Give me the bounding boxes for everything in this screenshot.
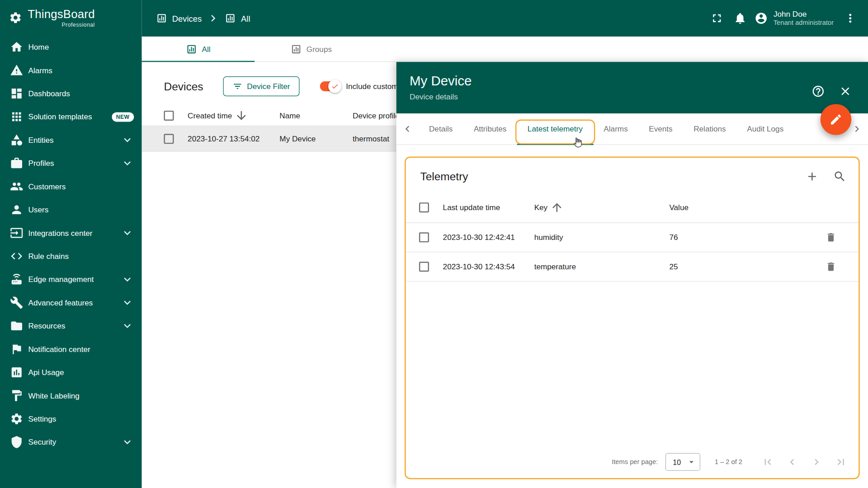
row-checkbox[interactable] [419,262,429,272]
breadcrumb-devices[interactable]: Devices [156,13,202,23]
sidebar-item-profiles[interactable]: Profiles [0,152,142,175]
sidebar-item-integrations-center[interactable]: Integrations center [0,221,142,244]
paginator: Items per page: 10 1 – 2 of 2 [406,446,859,478]
sidebar-item-home[interactable]: Home [0,35,142,58]
select-all-checkbox[interactable] [419,202,429,212]
panel-header: My Device Device details [396,62,868,113]
home-icon [10,40,23,53]
column-name[interactable]: Name [279,111,353,120]
cell-value: 25 [669,262,823,271]
column-key[interactable]: Key [534,201,670,214]
sidebar-item-entities[interactable]: Entities [0,128,142,151]
panel-title: My Device [410,73,854,89]
tab-audit-logs[interactable]: Audit Logs [736,113,794,145]
code-icon [10,249,23,263]
telemetry-row[interactable]: 2023-10-30 12:42:41 humidity 76 [406,223,859,252]
help-button[interactable] [811,84,825,98]
tab-details[interactable]: Details [419,113,463,145]
close-panel-button[interactable] [839,84,852,98]
sidebar-item-label: Settings [28,414,56,423]
user-info: John Doe Tenant administrator [774,9,834,28]
app-edition: Professional [28,21,95,27]
tab-all[interactable]: All [142,37,255,61]
tab-attributes[interactable]: Attributes [463,113,517,145]
telemetry-row[interactable]: 2023-10-30 12:43:54 temperature 25 [406,252,859,282]
sidebar-item-notification-center[interactable]: Notification center [0,338,142,361]
sidebar-item-white-labeling[interactable]: White Labeling [0,384,142,407]
tab-events[interactable]: Events [638,113,683,145]
add-telemetry-button[interactable] [804,169,820,184]
chevron-down-icon [121,226,134,239]
telemetry-table-header: Last update time Key Value [406,192,859,223]
chevron-down-icon [121,436,134,449]
sidebar-item-advanced-features[interactable]: Advanced features [0,291,142,314]
tab-groups[interactable]: Groups [255,37,368,61]
sidebar-item-label: Home [28,42,49,52]
sidebar-item-solution-templates[interactable]: Solution templates NEW [0,105,142,128]
entities-icon [10,133,23,146]
sidebar-item-api-usage[interactable]: Api Usage [0,361,142,384]
tabs-scroll-left-button[interactable] [396,113,419,145]
page-title: Devices [164,80,203,93]
delete-telemetry-button[interactable] [823,259,839,274]
row-checkbox[interactable] [164,134,174,144]
delete-telemetry-button[interactable] [823,230,839,245]
notifications-button[interactable] [729,7,751,29]
include-customers-toggle[interactable] [320,81,340,91]
row-checkbox[interactable] [419,232,429,242]
next-page-button[interactable] [804,450,829,474]
select-all-checkbox[interactable] [164,110,174,120]
breadcrumb-all[interactable]: All [225,13,250,23]
column-created-time[interactable]: Created time [188,109,279,122]
top-bar: Devices All John Doe Tenant administrato… [142,0,868,37]
router-icon [10,273,23,286]
items-per-page-label: Items per page: [612,458,658,466]
sidebar-item-customers[interactable]: Customers [0,175,142,198]
more-menu-button[interactable] [839,7,861,29]
column-last-update-time[interactable]: Last update time [443,203,534,212]
sidebar-item-dashboards[interactable]: Dashboards [0,82,142,105]
check-icon [331,82,339,90]
bell-icon [734,12,747,25]
breadcrumb-label: All [241,14,250,23]
fullscreen-button[interactable] [706,7,728,29]
sidebar-item-rule-chains[interactable]: Rule chains [0,244,142,267]
filter-icon [232,81,242,91]
tab-relations[interactable]: Relations [683,113,736,145]
sidebar-item-settings[interactable]: Settings [0,407,142,430]
sidebar-item-users[interactable]: Users [0,198,142,221]
fullscreen-icon [710,12,723,25]
integrations-icon [10,226,23,239]
warning-icon [10,64,23,77]
chevron-down-icon [121,319,134,333]
top-bar-actions: John Doe Tenant administrator [706,7,862,29]
tab-alarms[interactable]: Alarms [593,113,638,145]
trash-icon [826,232,836,243]
last-page-button[interactable] [829,450,853,474]
sidebar-item-edge-management[interactable]: Edge management [0,268,142,291]
first-page-icon [762,456,774,468]
edit-device-fab[interactable] [821,104,852,135]
dashboards-icon [10,87,23,100]
more-vert-icon [844,12,857,25]
items-per-page-select[interactable]: 10 [665,453,700,471]
first-page-button[interactable] [755,450,780,474]
device-details-panel: My Device Device details Details Attribu… [396,62,868,488]
app-logo[interactable]: ThingsBoard Professional [0,0,142,35]
sidebar-item-security[interactable]: Security [0,431,142,454]
prev-page-button[interactable] [780,450,804,474]
sidebar-item-alarms[interactable]: Alarms [0,59,142,82]
tab-label: Events [649,125,672,134]
breadcrumb: Devices All [156,12,250,25]
tab-label: Latest telemetry [528,125,583,134]
devices-icon [186,43,197,54]
column-value[interactable]: Value [669,203,823,212]
avatar[interactable] [755,12,768,25]
sidebar-item-resources[interactable]: Resources [0,314,142,338]
paint-icon [10,389,23,402]
sidebar-item-label: Advanced features [28,298,93,307]
search-button[interactable] [832,169,847,184]
sidebar-item-label: Security [28,438,56,447]
tab-label: Alarms [604,125,627,134]
device-filter-button[interactable]: Device Filter [223,76,300,96]
